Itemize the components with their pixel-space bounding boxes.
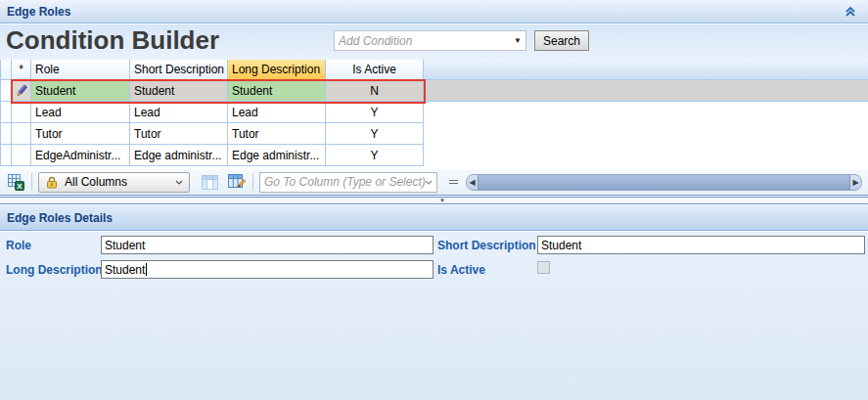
- row-gutter: [0, 102, 12, 123]
- dropdown-arrow-icon: ▼: [514, 36, 522, 45]
- roles-grid: * Role Short Description Long Descriptio…: [0, 60, 868, 169]
- row-filler: [424, 80, 868, 102]
- row-indicator: [12, 102, 31, 123]
- table-row-edgeadministrator[interactable]: EdgeAdministr... Edge administr... Edge …: [0, 145, 868, 166]
- chevron-double-up-icon[interactable]: [841, 2, 860, 22]
- grid-header-row: * Role Short Description Long Descriptio…: [0, 60, 868, 80]
- panel-title: Edge Roles: [7, 5, 70, 19]
- chevron-down-icon: [175, 180, 183, 185]
- chevron-down-icon: [425, 180, 433, 185]
- scroll-right-icon[interactable]: ▶: [850, 175, 861, 190]
- cell-is-active[interactable]: N: [326, 80, 424, 102]
- edit-columns-icon[interactable]: [227, 172, 247, 192]
- row-filler: [424, 145, 868, 166]
- splitter-grip[interactable]: [449, 180, 458, 184]
- cell-role[interactable]: Lead: [31, 102, 130, 123]
- long-description-value: Student: [105, 263, 145, 277]
- scroll-left-icon[interactable]: ◀: [467, 175, 478, 190]
- row-gutter: [0, 80, 12, 102]
- cell-is-active[interactable]: Y: [326, 102, 424, 123]
- row-filler: [424, 102, 868, 123]
- all-columns-dropdown[interactable]: All Columns: [38, 172, 190, 193]
- edit-pencil-icon: [12, 80, 31, 102]
- column-header-role[interactable]: Role: [31, 60, 130, 80]
- is-active-checkbox[interactable]: [537, 261, 550, 274]
- cell-role[interactable]: EdgeAdministr...: [31, 145, 130, 166]
- cell-long-description[interactable]: Edge administr...: [228, 145, 326, 166]
- scrollbar-thumb[interactable]: [478, 175, 850, 190]
- cell-long-description[interactable]: Lead: [228, 102, 326, 123]
- svg-text:X: X: [17, 181, 23, 190]
- cell-short-description[interactable]: Edge administr...: [130, 145, 228, 166]
- cell-long-description[interactable]: Tutor: [228, 123, 326, 145]
- cell-long-description[interactable]: Student: [228, 80, 326, 102]
- horizontal-scrollbar[interactable]: ◀ ▶: [466, 174, 862, 191]
- details-title: Edge Roles Details: [7, 211, 113, 225]
- cell-short-description[interactable]: Lead: [130, 102, 228, 123]
- cell-is-active[interactable]: Y: [326, 123, 424, 145]
- panel-splitter[interactable]: ▼: [0, 197, 868, 204]
- row-indicator: [12, 145, 31, 166]
- row-gutter: [0, 123, 12, 145]
- text-caret: [146, 263, 147, 276]
- cell-short-description[interactable]: Student: [130, 80, 228, 102]
- short-description-field[interactable]: Student: [537, 236, 865, 254]
- edge-roles-window: Edge Roles Condition Builder Add Conditi…: [0, 0, 868, 400]
- column-header-short-description[interactable]: Short Description: [130, 60, 228, 80]
- is-active-label: Is Active: [437, 263, 485, 277]
- lock-icon: [45, 175, 59, 189]
- table-row-student[interactable]: Student Student Student N: [0, 80, 868, 102]
- column-chooser-icon[interactable]: [200, 172, 219, 192]
- condition-builder-bar: Condition Builder Add Condition ▼ Search: [0, 24, 868, 60]
- long-description-label: Long Description: [6, 263, 103, 277]
- all-columns-label: All Columns: [65, 175, 169, 189]
- add-condition-combobox[interactable]: Add Condition ▼: [334, 30, 526, 51]
- column-header-star[interactable]: *: [12, 60, 31, 80]
- header-filler: [424, 60, 868, 80]
- add-condition-placeholder: Add Condition: [339, 34, 510, 48]
- column-header-long-description[interactable]: Long Description: [228, 60, 326, 80]
- row-indicator: [12, 123, 31, 145]
- search-button[interactable]: Search: [534, 30, 589, 51]
- short-description-label: Short Description: [437, 239, 536, 252]
- toolbar-separator: [31, 173, 32, 191]
- role-label: Role: [6, 239, 31, 252]
- table-row-lead[interactable]: Lead Lead Lead Y: [0, 102, 868, 123]
- toolbar-separator: [252, 173, 253, 191]
- row-filler: [424, 123, 868, 145]
- row-gutter: [0, 60, 12, 80]
- role-field[interactable]: Student: [101, 236, 434, 254]
- details-form: Role Student Short Description Student L…: [0, 232, 868, 400]
- export-excel-icon[interactable]: X: [6, 172, 25, 192]
- column-header-is-active[interactable]: Is Active: [326, 60, 424, 80]
- splitter-knob-icon[interactable]: ▼: [439, 198, 445, 203]
- cell-role[interactable]: Tutor: [31, 123, 130, 145]
- long-description-field[interactable]: Student: [101, 260, 434, 279]
- row-gutter: [0, 145, 12, 166]
- goto-column-placeholder: Go To Column (Type or Select): [264, 175, 425, 189]
- goto-column-combobox[interactable]: Go To Column (Type or Select): [259, 172, 437, 193]
- grid-toolbar: X All Columns: [0, 169, 868, 196]
- details-header: Edge Roles Details: [0, 205, 868, 231]
- cell-role[interactable]: Student: [31, 80, 130, 102]
- table-row-tutor[interactable]: Tutor Tutor Tutor Y: [0, 123, 868, 145]
- page-title: Condition Builder: [6, 25, 219, 56]
- cell-short-description[interactable]: Tutor: [130, 123, 228, 145]
- cell-is-active[interactable]: Y: [326, 145, 424, 166]
- panel-header: Edge Roles: [0, 0, 868, 23]
